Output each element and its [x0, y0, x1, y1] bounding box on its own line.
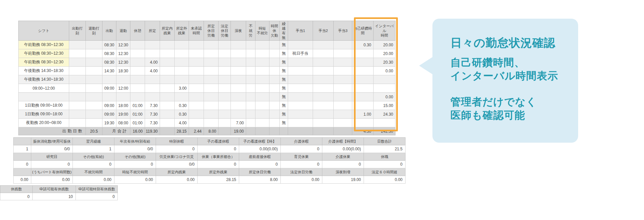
attendance-cell	[313, 41, 334, 49]
attendance-column-header: 所定外 残業	[175, 21, 189, 41]
attendance-cell: 12:30	[116, 58, 130, 67]
attendance-cell	[269, 93, 280, 101]
attendance-column-header: 手当2	[313, 21, 334, 41]
attendance-cell	[313, 84, 334, 93]
attendance-cell	[313, 93, 334, 101]
attendance-cell	[255, 93, 269, 101]
attendance-cell	[313, 110, 334, 119]
attendance-cell	[160, 84, 175, 93]
summary-column-header: 振休消化数/使用可振休	[31, 138, 73, 145]
attendance-cell	[69, 41, 86, 49]
attendance-cell	[204, 110, 219, 119]
totals-cell: 19.00	[231, 127, 246, 135]
totals-cell: 出勤日数	[19, 127, 86, 135]
totals-cell	[280, 127, 288, 135]
attendance-cell	[352, 119, 374, 127]
summary-value-cell: 0	[31, 161, 73, 168]
summary-value-cell: 8.00	[239, 176, 281, 184]
shift-cell: 午後勤務 14:30~18:30	[19, 67, 69, 75]
attendance-cell	[145, 93, 160, 101]
attendance-cell	[189, 75, 204, 84]
attendance-cell	[231, 110, 246, 119]
attendance-cell	[352, 84, 374, 93]
attendance-cell	[86, 93, 102, 101]
attendance-cell	[160, 75, 175, 84]
leave-remaining-header-row: 休残数申請可能有休残数申請可能特別有休残数	[0, 186, 118, 193]
attendance-cell	[334, 101, 352, 110]
callout-bubble: 日々の勤怠状況確認 自己研鑽時間、 インターバル時間表示 管理者だけでなく 医師…	[432, 19, 578, 143]
attendance-cell	[130, 67, 145, 75]
attendance-cell	[86, 41, 102, 49]
attendance-column-header: 手当1	[288, 21, 313, 41]
attendance-row: 無0.00	[19, 93, 396, 101]
attendance-cell	[189, 93, 204, 101]
attendance-cell	[246, 101, 255, 110]
totals-cell	[334, 127, 352, 135]
attendance-cell: 無	[280, 75, 288, 84]
attendance-cell	[204, 101, 219, 110]
summary-column-header: 日数合計	[364, 138, 405, 145]
attendance-cell: 08:30	[102, 41, 116, 49]
summary-column-header: 法定６０時間超	[364, 168, 405, 176]
attendance-cell: 1.00	[352, 110, 374, 119]
callout-heading: 日々の勤怠状況確認	[450, 35, 560, 51]
attendance-cell: 15.00	[374, 101, 396, 110]
attendance-cell: 7.00	[231, 119, 246, 127]
totals-cell: 8.00	[204, 127, 219, 135]
attendance-cell	[69, 101, 86, 110]
summary-value-cell: 21.5	[364, 145, 405, 153]
callout-line: 自己研鑽時間、	[450, 56, 560, 69]
leave-remaining-table: 休残数申請可能有休残数申請可能特別有休残数 0100	[0, 185, 118, 200]
attendance-row: 09:00~12:0009:0012:003.00無	[19, 84, 396, 93]
attendance-cell	[269, 67, 280, 75]
attendance-cell	[189, 67, 204, 75]
attendance-cell	[175, 58, 189, 67]
attendance-cell	[175, 93, 189, 101]
leave-remaining-value-row: 0100	[0, 193, 118, 200]
attendance-cell	[269, 84, 280, 93]
attendance-cell	[189, 110, 204, 119]
summary-value-cell: 0	[322, 161, 364, 168]
attendance-cell	[86, 75, 102, 84]
attendance-column-header: 時間 休 欠勤	[269, 21, 280, 41]
attendance-cell	[145, 84, 160, 93]
attendance-cell	[69, 110, 86, 119]
summary-value-cell: 1	[73, 145, 114, 153]
attendance-cell	[160, 93, 175, 101]
attendance-column-header: 所定内 残業	[160, 21, 175, 41]
attendance-cell	[189, 101, 204, 110]
summary-value-cell: 0	[281, 145, 322, 153]
attendance-cell	[69, 93, 86, 101]
summary-value-cell: 0.00	[73, 176, 114, 184]
attendance-cell	[160, 110, 175, 119]
attendance-column-header: 退勤	[116, 21, 130, 41]
attendance-cell	[86, 49, 102, 58]
attendance-table: シフト出勤打 刻退勤打 刻出勤退勤休憩所定所定内 残業所定外 残業未承認 時間所…	[18, 21, 396, 135]
attendance-cell	[374, 75, 396, 84]
attendance-cell	[219, 110, 231, 119]
attendance-cell	[352, 93, 374, 101]
attendance-cell	[246, 49, 255, 58]
attendance-cell	[288, 110, 313, 119]
summary-header-row: 研究日その他(有給)その他(無給)労災休業/コロナ労災休業（事業所都合）産前産後…	[14, 153, 405, 161]
attendance-cell	[313, 49, 334, 58]
attendance-column-header: 所定 休日 労働	[204, 21, 219, 41]
summary-column-header: 休業（事業所都合）	[198, 153, 239, 161]
attendance-cell	[145, 41, 160, 49]
summary-value-cell: 0	[114, 161, 156, 168]
attendance-column-header: 未承認 時間	[189, 21, 204, 41]
totals-cell: 4.30	[352, 127, 374, 135]
shift-cell: 夜勤務 20:00~08:00	[19, 119, 69, 127]
attendance-cell	[231, 67, 246, 75]
attendance-cell	[246, 67, 255, 75]
summary-value-cell: 0	[198, 145, 239, 153]
summary-column-header: 法定休日労働	[281, 168, 322, 176]
attendance-cell	[86, 119, 102, 127]
summary-value-cell: 0.00	[156, 176, 198, 184]
attendance-cell	[246, 41, 255, 49]
callout-line: インターバル時間表示	[450, 69, 560, 83]
attendance-cell	[288, 84, 313, 93]
attendance-cell	[352, 67, 374, 75]
totals-cell: 月合計	[102, 127, 130, 135]
attendance-cell	[69, 84, 86, 93]
